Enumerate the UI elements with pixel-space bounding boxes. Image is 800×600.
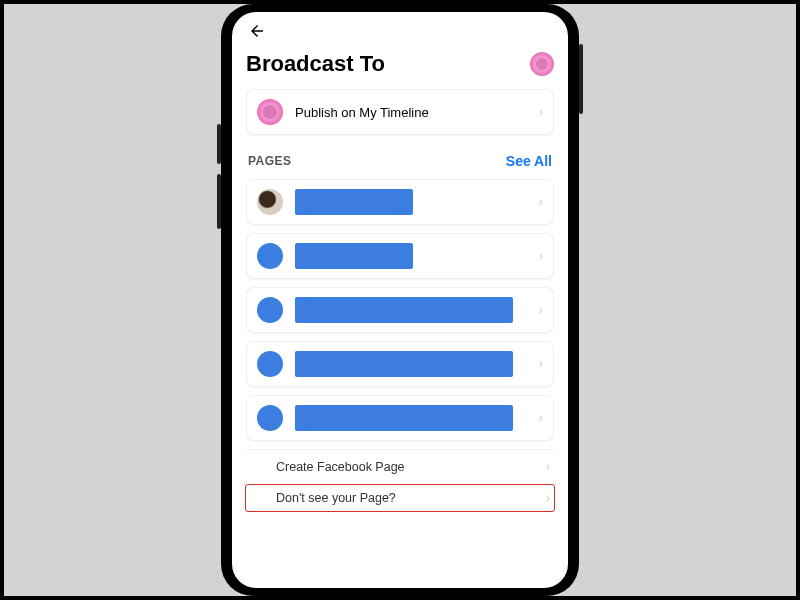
arrow-left-icon xyxy=(246,22,268,40)
phone-frame: Broadcast To Publish on My Timeline › PA… xyxy=(221,4,579,596)
chevron-right-icon: › xyxy=(539,357,543,371)
header: Broadcast To xyxy=(246,51,554,77)
page-item[interactable]: › xyxy=(246,341,554,387)
pages-label: PAGES xyxy=(248,154,292,168)
timeline-avatar-icon xyxy=(257,99,283,125)
profile-avatar[interactable] xyxy=(530,52,554,76)
page-avatar-icon xyxy=(257,297,283,323)
redacted-page-name xyxy=(295,189,413,215)
publish-timeline-label: Publish on My Timeline xyxy=(295,105,533,120)
volume-down-button xyxy=(217,174,221,229)
page-title: Broadcast To xyxy=(246,51,385,77)
power-button xyxy=(579,44,583,114)
redacted-page-name xyxy=(295,243,413,269)
chevron-right-icon: › xyxy=(539,195,543,209)
page-item[interactable]: › xyxy=(246,287,554,333)
dont-see-page-link[interactable]: Don't see your Page? › xyxy=(245,484,555,512)
page-item[interactable]: › xyxy=(246,395,554,441)
chevron-right-icon: › xyxy=(539,105,543,119)
publish-timeline-option[interactable]: Publish on My Timeline › xyxy=(246,89,554,135)
page-avatar-icon xyxy=(257,405,283,431)
page-item[interactable]: › xyxy=(246,179,554,225)
redacted-page-name xyxy=(295,405,513,431)
chevron-right-icon: › xyxy=(539,303,543,317)
screen: Broadcast To Publish on My Timeline › PA… xyxy=(232,12,568,588)
create-page-link[interactable]: Create Facebook Page › xyxy=(246,449,554,484)
create-page-label: Create Facebook Page xyxy=(276,460,405,474)
chevron-right-icon: › xyxy=(539,249,543,263)
page-avatar-icon xyxy=(257,243,283,269)
chevron-right-icon: › xyxy=(539,411,543,425)
chevron-right-icon: › xyxy=(546,491,550,505)
page-avatar-icon xyxy=(257,189,283,215)
see-all-link[interactable]: See All xyxy=(506,153,552,169)
redacted-page-name xyxy=(295,351,513,377)
pages-section-header: PAGES See All xyxy=(246,153,554,169)
volume-up-button xyxy=(217,124,221,164)
redacted-page-name xyxy=(295,297,513,323)
page-item[interactable]: › xyxy=(246,233,554,279)
dont-see-page-label: Don't see your Page? xyxy=(276,491,396,505)
chevron-right-icon: › xyxy=(546,460,550,474)
back-button[interactable] xyxy=(246,22,270,45)
page-avatar-icon xyxy=(257,351,283,377)
